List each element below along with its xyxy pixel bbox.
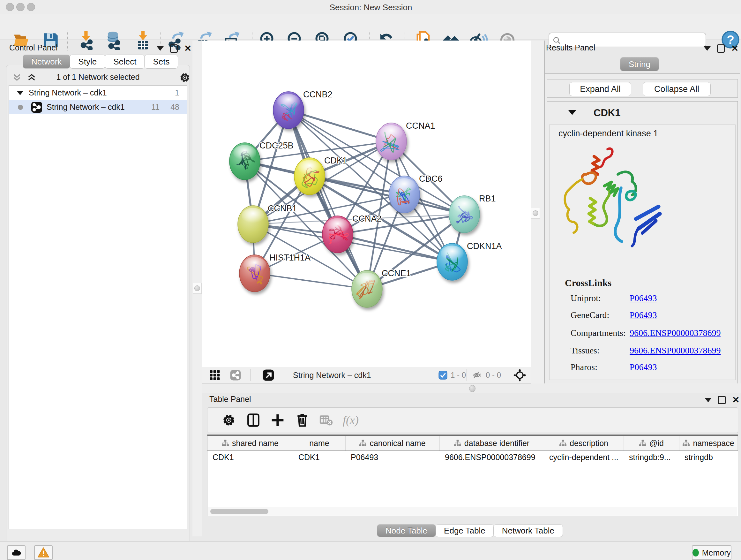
grid-view-icon[interactable] [209,370,220,381]
node-CCNE1[interactable] [352,270,382,307]
shared-column-icon [683,440,690,447]
column-header-shared-name[interactable]: shared name [207,436,293,450]
crosslink-link[interactable]: P06493 [630,362,657,372]
section-collapse-icon[interactable] [568,110,576,115]
node-CDC25B[interactable] [229,143,260,180]
node-CDC6[interactable] [389,176,420,213]
table-cell[interactable]: CDK1 [293,451,346,463]
node-CDK1[interactable] [294,158,325,195]
column-header-database-identifier[interactable]: database identifier [440,436,544,450]
column-label: name [309,439,329,448]
selected-checkbox-icon[interactable] [439,371,448,380]
close-panel-icon[interactable]: ✕ [732,397,739,403]
column-header-namespace[interactable]: namespace [679,436,738,450]
control-panel-title: Control Panel [9,43,57,52]
node-label-CDC25B: CDC25B [259,141,293,150]
table-cell[interactable]: stringdb:9... [624,451,679,463]
node-CCNA2[interactable] [322,216,353,253]
crosslink-link[interactable]: P06493 [630,293,657,303]
crosslink-row: Compartments:9606.ENSP00000378699 [549,328,735,341]
node-table: shared namenamecanonical namedatabase id… [207,435,738,516]
node-CDKN1A[interactable] [437,243,468,280]
protein-description: cyclin-dependent kinase 1 [558,129,658,138]
tab-sets[interactable]: Sets [144,55,178,69]
node-label-RB1: RB1 [479,194,496,203]
table-horizontal-scrollbar[interactable] [208,507,737,516]
warnings-button[interactable] [34,545,53,560]
show-columns-icon[interactable] [244,410,263,430]
edge-count: 48 [171,103,179,112]
detach-view-icon[interactable] [262,369,274,381]
scrollbar-thumb[interactable] [210,509,268,514]
network-canvas[interactable]: CCNB2CCNA1CDC25BCDK1CDC6RB1CCNB1CCNA2CDK… [202,41,531,367]
network-options-gear-icon[interactable] [179,72,191,83]
column-label: shared name [232,439,279,448]
node-CCNB1[interactable] [238,206,268,243]
left-splitter[interactable] [192,41,202,537]
node-CCNB2[interactable] [273,91,304,129]
birds-eye-view-icon[interactable] [514,369,526,381]
network-collection-row[interactable]: String Network – cdk1 1 [9,85,187,100]
table-cell[interactable]: CDK1 [207,451,293,463]
table-cell[interactable]: P06493 [346,451,440,463]
right-splitter-handle[interactable] [531,208,540,219]
horizontal-splitter-handle[interactable] [469,385,475,392]
table-panel: Table Panel ✕ f(x) shared na [202,393,741,541]
warning-icon [37,547,50,559]
tree-expand-icon[interactable] [17,91,23,95]
crosslink-link[interactable]: 9606.ENSP00000378699 [630,346,721,356]
table-toolbar: f(x) [207,408,738,433]
tab-edge-table[interactable]: Edge Table [435,524,494,537]
tab-string[interactable]: String [620,57,659,71]
network-row[interactable]: String Network – cdk1 11 48 [9,100,187,114]
edge-CCNB2-CCNA1[interactable] [288,110,391,141]
left-splitter-handle[interactable] [193,283,202,294]
horizontal-splitter[interactable] [202,383,741,393]
float-panel-icon[interactable] [170,44,178,53]
column-header-name[interactable]: name [293,436,346,450]
crosslink-link[interactable]: P06493 [630,310,657,320]
column-header--id[interactable]: @id [624,436,679,450]
tab-network-table[interactable]: Network Table [493,524,563,537]
edge-HIST1H1A-CCNE1[interactable] [255,273,367,289]
control-panel: Control Panel ✕ NetworkStyleSelectSets 1… [3,41,192,537]
table-options-gear-icon[interactable] [219,410,239,430]
node-CCNA1[interactable] [376,123,407,160]
collapse-panel-icon[interactable] [704,46,711,51]
create-column-icon[interactable] [268,410,287,430]
memory-button[interactable]: Memory [692,545,731,560]
float-panel-icon[interactable] [718,396,726,404]
right-splitter[interactable] [531,41,545,387]
crosslink-link[interactable]: 9606.ENSP00000378699 [630,328,721,338]
column-label: description [569,439,608,448]
table-row[interactable]: CDK1CDK1P064939606.ENSP00000378699cyclin… [207,451,738,463]
tab-node-table[interactable]: Node Table [377,524,436,537]
float-panel-icon[interactable] [717,44,725,53]
table-cell[interactable]: stringdb [679,451,738,463]
current-network-name: String Network – cdk1 [293,367,371,383]
main-toolbar: ? [0,14,741,40]
tab-network[interactable]: Network [23,55,70,69]
collapse-panel-icon[interactable] [157,46,164,51]
tab-select[interactable]: Select [105,55,145,69]
tab-style[interactable]: Style [70,55,105,69]
close-panel-icon[interactable]: ✕ [184,45,192,52]
node-label-CCNA1: CCNA1 [406,121,435,131]
table-cell[interactable]: cyclin-dependent ... [544,451,624,463]
node-RB1[interactable] [449,196,480,233]
column-header-description[interactable]: description [544,436,624,450]
network-selector-bar: 1 of 1 Network selected [8,71,188,84]
collapse-all-button[interactable]: Collapse All [643,82,711,96]
delete-column-icon[interactable] [292,410,312,430]
table-cell[interactable]: 9606.ENSP00000378699 [440,451,544,463]
cloud-button[interactable] [7,545,25,560]
table-tabs: Node TableEdge TableNetwork Table [378,524,563,537]
column-label: database identifier [464,439,529,448]
column-header-canonical-name[interactable]: canonical name [346,436,440,450]
column-label: @id [650,439,664,448]
node-HIST1H1A[interactable] [239,255,270,292]
expand-all-button[interactable]: Expand All [569,82,631,96]
close-panel-icon[interactable]: ✕ [731,45,738,52]
collapse-panel-icon[interactable] [704,398,712,402]
network-view-icon[interactable] [230,369,241,381]
